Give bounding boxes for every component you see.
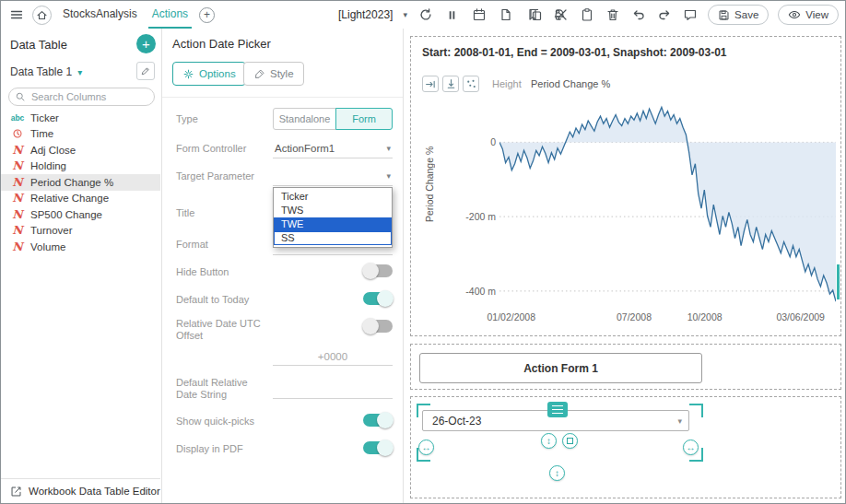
type-form-button[interactable]: Form (335, 108, 393, 130)
document-icon[interactable] (498, 6, 514, 23)
paste-icon[interactable] (579, 6, 595, 23)
home-button[interactable] (32, 6, 52, 25)
toolbar-left-group: StocksAnalysis Actions + (8, 1, 215, 29)
expand-icon (567, 438, 573, 444)
pause-icon[interactable] (444, 6, 461, 23)
pan-vertical-icon[interactable] (442, 76, 459, 92)
column-label: Relative Change (30, 193, 109, 204)
eye-icon (788, 8, 801, 21)
column-item-holding[interactable]: NHolding (1, 158, 160, 175)
show-quick-picks-toggle[interactable] (363, 414, 393, 427)
properties-panel: Action Date Picker Options Style Type St… (162, 29, 404, 503)
refresh-icon[interactable] (417, 6, 434, 23)
column-label: Turnover (30, 225, 73, 236)
floppy-icon (718, 9, 730, 21)
cut-icon[interactable] (553, 6, 570, 23)
search-input[interactable] (29, 90, 148, 103)
y-tick-label: -400 m (465, 286, 496, 297)
copy-icon[interactable] (527, 6, 544, 23)
numeric-type-icon: N (9, 209, 26, 221)
delete-icon[interactable] (605, 6, 621, 23)
tab-style[interactable]: Style (243, 62, 304, 86)
height-axis-label: Height (492, 78, 522, 89)
pan-horizontal-icon[interactable] (422, 76, 439, 92)
resize-bottom-handle[interactable]: ↕ (549, 465, 565, 481)
numeric-type-icon: N (9, 225, 26, 237)
save-button[interactable]: Save (708, 5, 769, 25)
column-label: Time (30, 128, 53, 139)
chevron-down-icon[interactable]: ▾ (677, 416, 682, 426)
action-form-button[interactable]: Action Form 1 (419, 353, 702, 383)
date-picker-panel: ▾ ↕ ↔ ↔ ↕ (410, 396, 841, 498)
footer-label: Workbook Data Table Editor (29, 486, 160, 497)
column-label: Holding (30, 160, 66, 171)
utc-offset-input[interactable] (273, 347, 393, 366)
app-window: StocksAnalysis Actions + [Light2023] ▾ S… (0, 0, 846, 504)
height-axis-value[interactable]: Period Change % (531, 78, 610, 89)
form-controller-value: ActionForm1 (275, 143, 335, 154)
chevron-down-icon[interactable]: ▾ (403, 10, 407, 19)
workbook-data-table-editor-button[interactable]: Workbook Data Table Editor (1, 478, 160, 503)
option-ticker[interactable]: Ticker (274, 190, 392, 204)
hide-button-toggle[interactable] (363, 264, 393, 277)
grip-lines-icon (552, 409, 563, 411)
default-to-today-toggle[interactable] (363, 292, 393, 305)
chart-title: Start: 2008-01-01, End = 2009-03-01, Sna… (422, 46, 727, 59)
add-tab-button[interactable]: + (199, 7, 215, 23)
style-tab-label: Style (270, 68, 294, 79)
default-relative-date-input[interactable] (273, 381, 393, 399)
pencil-icon (140, 65, 151, 76)
add-data-table-button[interactable]: + (136, 34, 156, 53)
redo-icon[interactable] (656, 6, 673, 23)
column-item-relative-change[interactable]: NRelative Change (1, 191, 160, 207)
form-controller-dropdown[interactable]: ActionForm1 ▾ (273, 139, 393, 158)
calendar-icon[interactable] (471, 6, 488, 23)
resize-left-handle[interactable]: ↔ (418, 440, 434, 455)
column-label: Adj Close (30, 145, 76, 156)
column-item-time[interactable]: Time (1, 126, 160, 143)
column-item-turnover[interactable]: NTurnover (1, 223, 160, 240)
widget-drag-handle[interactable] (547, 402, 568, 417)
resize-vertical-handle[interactable]: ↕ (541, 433, 557, 449)
text-type-icon: abc (9, 113, 26, 123)
column-item-period-change[interactable]: NPeriod Change % (1, 174, 160, 191)
column-item-volume[interactable]: NVolume (1, 239, 160, 255)
tab-stocksanalysis[interactable]: StocksAnalysis (59, 1, 141, 29)
sidebar-title: Data Table (10, 38, 67, 52)
data-table-selector[interactable]: Data Table 1 ▾ (10, 65, 82, 78)
show-quick-picks-label: Show quick-picks (176, 416, 268, 428)
tab-actions[interactable]: Actions (148, 1, 192, 29)
edit-data-table-button[interactable] (136, 62, 155, 80)
undo-icon[interactable] (630, 6, 647, 23)
x-tick-label: 07/2008 (617, 311, 652, 322)
comment-icon[interactable] (682, 6, 699, 23)
resize-right-handle[interactable]: ↔ (683, 440, 699, 455)
y-axis-title: Period Change % (424, 101, 437, 267)
title-label: Title (176, 207, 268, 219)
scatter-points-icon[interactable] (463, 76, 479, 92)
column-item-adj-close[interactable]: NAdj Close (1, 142, 160, 158)
column-item-ticker[interactable]: abcTicker (1, 110, 160, 126)
target-parameter-dropdown[interactable]: ▾ (273, 167, 393, 186)
column-item-sp500-change[interactable]: NSP500 Change (1, 206, 160, 223)
type-standalone-button[interactable]: Standalone (273, 108, 336, 130)
expand-handle[interactable] (562, 433, 578, 449)
option-tws[interactable]: TWS (274, 204, 392, 217)
menu-icon[interactable] (8, 6, 25, 23)
option-twe[interactable]: TWE (274, 217, 392, 231)
workbook-theme-label[interactable]: [Light2023] (338, 8, 393, 21)
chart-panel[interactable]: Start: 2008-01-01, End = 2009-03-01, Sna… (410, 36, 841, 336)
relative-utc-offset-toggle[interactable] (363, 320, 393, 333)
option-ss[interactable]: SS (274, 231, 392, 245)
view-button[interactable]: View (778, 5, 839, 25)
dashboard-canvas: Start: 2008-01-01, End = 2009-03-01, Sna… (404, 29, 845, 503)
numeric-type-icon: N (9, 241, 26, 253)
hide-button-label: Hide Button (176, 266, 268, 278)
numeric-type-icon: N (9, 193, 26, 205)
options-tab-label: Options (199, 68, 236, 79)
type-label: Type (176, 113, 268, 125)
display-in-pdf-toggle[interactable] (363, 441, 393, 454)
time-series-chart[interactable] (499, 103, 836, 306)
chart-scrollbar-thumb[interactable] (837, 264, 840, 299)
tab-options[interactable]: Options (172, 62, 246, 86)
